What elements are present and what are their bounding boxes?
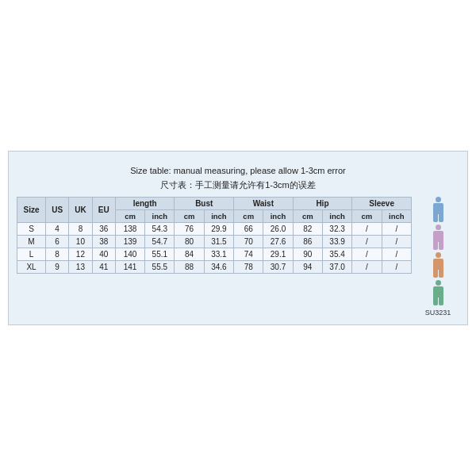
- figure-item: [433, 280, 443, 305]
- sku-label: SU3231: [425, 309, 451, 317]
- figure-item: [433, 197, 443, 222]
- size-chart-container: Size table: manual measuring, please all…: [8, 151, 468, 325]
- hip-inch-header: inch: [322, 210, 351, 223]
- title-section: Size table: manual measuring, please all…: [17, 159, 459, 197]
- table-row: S483613854.37629.96626.08232.3//: [17, 223, 412, 236]
- table-wrapper: Size US UK EU length Bust Waist Hip Slee…: [17, 197, 459, 317]
- table-row: L8124014055.18433.17429.19035.4//: [17, 248, 412, 261]
- table-body: S483613854.37629.96626.08232.3//M6103813…: [17, 223, 412, 274]
- col-size-header: Size: [17, 198, 46, 223]
- table-row: M6103813954.78031.57027.68633.9//: [17, 236, 412, 248]
- col-waist-header: Waist: [234, 198, 294, 210]
- len-cm-header: cm: [115, 210, 144, 223]
- hip-cm-header: cm: [293, 210, 322, 223]
- figure-item: [433, 252, 443, 278]
- len-inch-header: inch: [145, 210, 175, 223]
- table-row: XL9134114155.58834.67830.79437.0//: [17, 261, 412, 274]
- figure-item: [433, 225, 443, 250]
- sleeve-inch-header: inch: [382, 210, 411, 223]
- col-hip-header: Hip: [293, 198, 352, 210]
- waist-inch-header: inch: [263, 210, 293, 223]
- col-length-header: length: [115, 198, 175, 210]
- header-row-top: Size US UK EU length Bust Waist Hip Slee…: [17, 198, 412, 210]
- col-sleeve-header: Sleeve: [352, 198, 412, 210]
- title-cn: 尺寸表：手工测量请允许有1-3cm的误差: [20, 178, 456, 193]
- col-uk-header: UK: [69, 198, 92, 223]
- product-images-container: SU3231: [416, 197, 459, 317]
- col-us-header: US: [45, 198, 68, 223]
- title-en: Size table: manual measuring, please all…: [20, 164, 456, 178]
- size-table: Size US UK EU length Bust Waist Hip Slee…: [17, 197, 412, 274]
- waist-cm-header: cm: [234, 210, 263, 223]
- sleeve-cm-header: cm: [352, 210, 382, 223]
- product-figures: [433, 197, 443, 306]
- bust-inch-header: inch: [204, 210, 233, 223]
- bust-cm-header: cm: [175, 210, 204, 223]
- col-eu-header: EU: [92, 198, 115, 223]
- col-bust-header: Bust: [175, 198, 234, 210]
